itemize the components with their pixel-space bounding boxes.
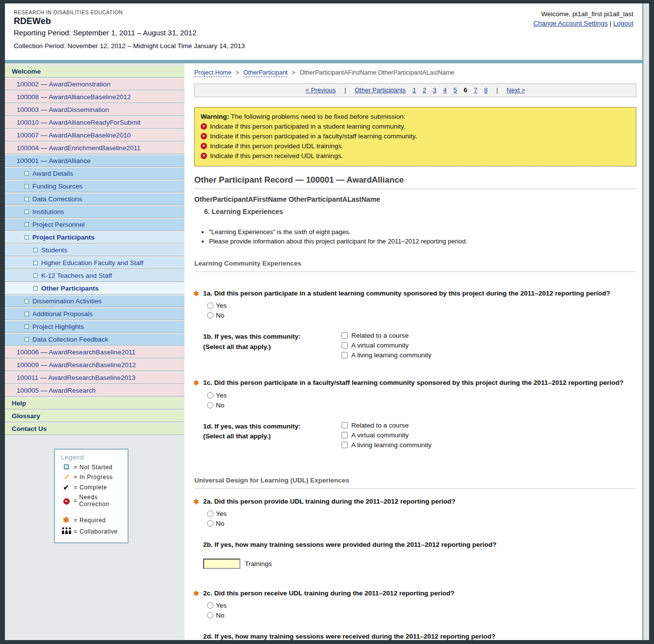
- question-1d-label: 1d. If yes, was this community: (Select …: [203, 422, 341, 451]
- intro-bullet: Please provide information about this pr…: [209, 238, 636, 245]
- header: RESEARCH IN DISABILITIES EDUCATION RDEWe…: [5, 3, 642, 60]
- sidebar-item-data-corrections[interactable]: Data Corrections: [5, 193, 184, 205]
- sidebar-item-award-100010[interactable]: 100010 — AwardAllianceReadyForSubmit: [5, 117, 184, 129]
- header-divider-bar: [5, 60, 642, 63]
- q1a-yes-radio[interactable]: Yes: [207, 302, 636, 309]
- sidebar-item-award-100007[interactable]: 100007 — AwardAllianceBaseline2010: [5, 130, 184, 141]
- not-started-icon: [25, 197, 29, 201]
- sidebar-item-award-100006[interactable]: 100006 — AwardResearchBaseline2011: [5, 347, 184, 358]
- pager-page-7[interactable]: 7: [474, 86, 477, 94]
- not-started-icon: [33, 273, 38, 278]
- not-started-icon: [33, 286, 38, 291]
- breadcrumb: Project Home > OtherParticipant > OtherP…: [194, 69, 636, 76]
- q2a-yes-radio[interactable]: Yes: [207, 510, 636, 517]
- pager-next-link[interactable]: Next >: [507, 86, 525, 94]
- sidebar-item-award-100008[interactable]: 100008 — AwardAllianceBaseline2012: [5, 91, 184, 103]
- q2a-no-radio[interactable]: No: [207, 520, 636, 527]
- sidebar-item-award-100003[interactable]: 100003 — AwardDissemination: [5, 104, 184, 116]
- legend-item: = Collaborative: [61, 527, 128, 536]
- legend-item: ✎ = In Progress: [61, 473, 128, 481]
- sidebar-item-award-100005[interactable]: 100005 — AwardResearch: [5, 385, 184, 397]
- sidebar-item-contact-us[interactable]: Contact Us: [5, 423, 184, 435]
- question-2c-options: Yes No: [207, 602, 636, 619]
- q1a-no-radio[interactable]: No: [207, 312, 636, 319]
- q1d-living-learning-checkbox[interactable]: A living learning community: [341, 441, 432, 449]
- sidebar-item-award-100001[interactable]: 100001 — AwardAlliance: [5, 155, 184, 167]
- q1d-related-course-checkbox[interactable]: Related to a course: [341, 422, 432, 429]
- sidebar-item-glossary[interactable]: Glossary: [5, 410, 184, 422]
- error-icon: [201, 143, 207, 149]
- scrollbar[interactable]: [643, 3, 649, 640]
- sidebar-item-award-details[interactable]: Award Details: [5, 168, 184, 180]
- q1c-yes-radio[interactable]: Yes: [207, 392, 636, 399]
- sidebar: Welcome 100002 — AwardDemonstration 1000…: [5, 63, 184, 640]
- sidebar-item-funding-sources[interactable]: Funding Sources: [5, 181, 184, 192]
- sidebar-item-award-100002[interactable]: 100002 — AwardDemonstration: [5, 79, 184, 90]
- not-started-icon: [61, 464, 72, 471]
- pager-previous-link[interactable]: < Previous: [306, 86, 336, 94]
- collaborative-icon: [61, 527, 72, 536]
- sidebar-item-additional-proposals[interactable]: Additional Proposals: [5, 308, 184, 320]
- page-frame: RESEARCH IN DISABILITIES EDUCATION RDEWe…: [0, 0, 654, 644]
- pager-page-1[interactable]: 1: [413, 86, 416, 94]
- page: RESEARCH IN DISABILITIES EDUCATION RDEWe…: [5, 3, 643, 640]
- participant-name: OtherParticipantAFirstName OtherParticip…: [194, 195, 636, 203]
- warning-title: Warning:: [201, 113, 229, 120]
- warning-item: Indicate if this person provided UDL tra…: [201, 142, 630, 150]
- collection-period: Collection Period: November 12, 2012 – M…: [14, 42, 635, 50]
- required-icon: ✱: [193, 289, 199, 299]
- question-1d-options: Related to a course A virtual community …: [341, 422, 432, 451]
- not-started-icon: [33, 261, 38, 265]
- pager-page-8[interactable]: 8: [484, 86, 488, 94]
- validation-warning-box: Warning: The following problems need to …: [194, 107, 636, 166]
- change-account-settings-link[interactable]: Change Account Settings: [533, 20, 608, 27]
- warning-intro: The following problems need to be fixed …: [231, 113, 406, 120]
- legend-item: ✔ = Complete: [61, 483, 128, 491]
- record-pager: < Previous | Other Participants 1 2 3 4 …: [194, 83, 636, 97]
- sidebar-item-award-100004[interactable]: 100004 — AwardEnrichmentBaseline2011: [5, 142, 184, 154]
- complete-icon: ✔: [61, 483, 72, 491]
- pager-page-4[interactable]: 4: [443, 86, 446, 94]
- logout-link[interactable]: Logout: [613, 20, 633, 27]
- sidebar-item-higher-ed-faculty-staff[interactable]: Higher Education Faculty and Staff: [5, 257, 184, 269]
- sidebar-item-institutions[interactable]: Institutions: [5, 206, 184, 218]
- sidebar-item-project-participants[interactable]: Project Participants: [5, 232, 184, 243]
- pager-other-participants-link[interactable]: Other Participants: [355, 86, 406, 94]
- q1b-virtual-community-checkbox[interactable]: A virtual community: [341, 342, 432, 349]
- legend-title: Legend: [61, 454, 128, 461]
- sidebar-item-dissemination-activities[interactable]: Dissemination Activities: [5, 295, 184, 307]
- question-2b-input-row: Trainings: [203, 559, 636, 569]
- sidebar-item-award-100009[interactable]: 100009 — AwardResearchBaseline2012: [5, 359, 184, 371]
- not-started-icon: [25, 210, 29, 214]
- required-icon: ✱: [193, 497, 199, 507]
- sidebar-item-welcome[interactable]: Welcome: [5, 66, 184, 78]
- pager-page-5[interactable]: 5: [453, 86, 457, 94]
- sidebar-item-project-highlights[interactable]: Project Highlights: [5, 321, 184, 333]
- not-started-icon: [25, 337, 29, 342]
- trainings-provided-input[interactable]: [203, 559, 240, 569]
- q2c-no-radio[interactable]: No: [207, 612, 636, 619]
- question-1c-options: Yes No: [207, 392, 636, 409]
- q1d-virtual-community-checkbox[interactable]: A virtual community: [341, 431, 432, 439]
- breadcrumb-other-participant[interactable]: OtherParticipant: [243, 69, 288, 77]
- sidebar-item-project-personnel[interactable]: Project Personnel: [5, 219, 184, 231]
- sidebar-item-help[interactable]: Help: [5, 398, 184, 409]
- welcome-text: Welcome, pi1all_first pi1all_last: [533, 9, 633, 19]
- sidebar-item-data-collection-feedback[interactable]: Data Collection Feedback: [5, 334, 184, 346]
- pager-page-3[interactable]: 3: [433, 86, 436, 94]
- q1b-related-course-checkbox[interactable]: Related to a course: [341, 332, 432, 339]
- breadcrumb-project-home[interactable]: Project Home: [194, 69, 232, 77]
- q1c-no-radio[interactable]: No: [207, 402, 636, 409]
- account-links-separator: |: [609, 20, 611, 27]
- sidebar-item-award-100011[interactable]: 100011 — AwardResearchBaseline2013: [5, 372, 184, 384]
- page-section-heading: 6. Learning Experiences: [204, 208, 636, 215]
- question-1c: ✱ 1c. Did this person participate in a f…: [194, 378, 626, 388]
- not-started-icon: [25, 312, 29, 316]
- q2c-yes-radio[interactable]: Yes: [207, 602, 636, 609]
- pager-page-2[interactable]: 2: [423, 86, 426, 94]
- body-layout: Welcome 100002 — AwardDemonstration 1000…: [5, 63, 642, 640]
- sidebar-item-other-participants[interactable]: Other Participants: [5, 283, 184, 295]
- sidebar-item-k12-teachers-staff[interactable]: K-12 Teachers and Staff: [5, 270, 184, 282]
- q1b-living-learning-checkbox[interactable]: A living learning community: [341, 351, 432, 359]
- sidebar-item-students[interactable]: Students: [5, 244, 184, 256]
